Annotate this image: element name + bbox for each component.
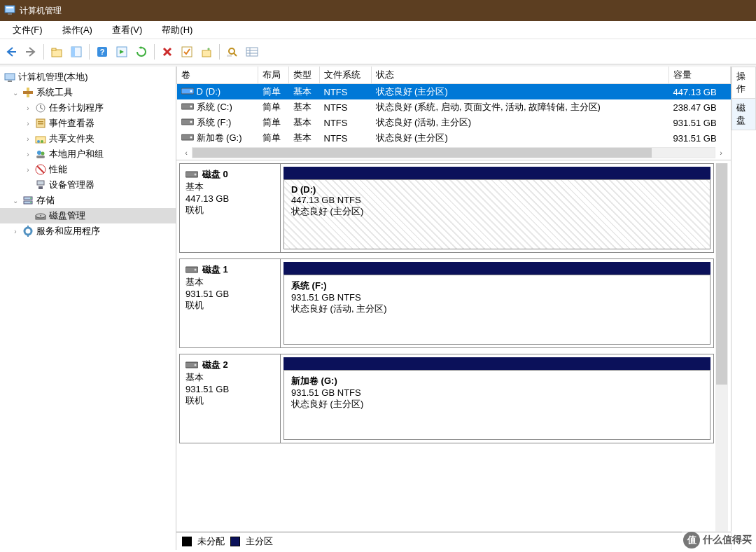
svg-point-12 — [229, 48, 234, 54]
tree-label: 任务计划程序 — [49, 102, 104, 114]
tree-perf[interactable]: ›性能 — [0, 162, 176, 177]
tree-users[interactable]: ›本地用户和组 — [0, 146, 176, 162]
tree-label: 本地用户和组 — [49, 148, 104, 160]
menu-file[interactable]: 文件(F) — [3, 22, 52, 39]
tree-shared[interactable]: ›共享文件夹 — [0, 131, 176, 146]
tree-label: 系统工具 — [36, 86, 73, 99]
refresh-button[interactable] — [133, 43, 150, 60]
watermark-text: 什么值得买 — [703, 534, 752, 546]
tree-label: 性能 — [49, 163, 67, 176]
help-button[interactable]: ? — [94, 43, 111, 60]
scrollbar-thumb[interactable] — [716, 163, 727, 385]
main-area: 计算机管理(本地) ⌄ 系统工具 ›任务计划程序 ›事件查看器 ›共享文件夹 ›… — [0, 64, 756, 550]
svg-rect-0 — [5, 6, 15, 13]
center-panel: 卷 布局 类型 文件系统 状态 容量 D (D:)简单基本NTFS状态良好 (主… — [176, 67, 731, 550]
drive-icon — [181, 118, 194, 128]
tree-label: 磁盘管理 — [49, 209, 85, 222]
partition-box[interactable]: 新加卷 (G:)931.51 GB NTFS状态良好 (主分区) — [284, 370, 710, 440]
partition-box[interactable]: D (D:)447.13 GB NTFS状态良好 (主分区) — [284, 179, 710, 249]
scrollbar-thumb[interactable] — [192, 148, 652, 158]
actions-item[interactable]: 磁盘 — [732, 99, 756, 130]
svg-point-27 — [41, 152, 45, 156]
svg-point-45 — [190, 106, 192, 108]
svg-point-39 — [24, 228, 31, 235]
chevron-right-icon: › — [24, 120, 32, 127]
disk-row[interactable]: 磁盘 0基本447.13 GB联机D (D:)447.13 GB NTFS状态良… — [179, 163, 714, 253]
check-button[interactable] — [178, 43, 195, 60]
legend: 未分配 主分区 — [176, 532, 731, 550]
svg-rect-18 — [23, 91, 33, 94]
scroll-left-icon[interactable]: ‹ — [181, 149, 192, 157]
tree-task[interactable]: ›任务计划程序 — [0, 100, 176, 116]
svg-rect-14 — [246, 48, 258, 56]
col-fs[interactable]: 文件系统 — [324, 69, 360, 80]
tree-label: 计算机管理(本地) — [18, 71, 88, 83]
chevron-right-icon: › — [11, 228, 20, 235]
disk-graphic-panel: 磁盘 0基本447.13 GB联机D (D:)447.13 GB NTFS状态良… — [176, 160, 731, 532]
col-status[interactable]: 状态 — [376, 69, 394, 80]
disk-icon — [186, 361, 198, 369]
svg-point-43 — [190, 90, 192, 92]
svg-point-49 — [190, 137, 192, 139]
table-row[interactable]: D (D:)简单基本NTFS状态良好 (主分区)447.13 GB — [177, 84, 731, 100]
svg-text:?: ? — [100, 48, 105, 56]
svg-rect-16 — [8, 81, 12, 82]
menu-view[interactable]: 查看(V) — [102, 22, 152, 39]
table-row[interactable]: 系统 (C:)简单基本NTFS状态良好 (系统, 启动, 页面文件, 活动, 故… — [177, 99, 731, 115]
action-button[interactable] — [113, 43, 130, 60]
menu-action[interactable]: 操作(A) — [52, 22, 102, 39]
table-row[interactable]: 系统 (F:)简单基本NTFS状态良好 (活动, 主分区)931.51 GB — [177, 115, 731, 130]
col-type[interactable]: 类型 — [293, 69, 312, 80]
services-icon — [22, 226, 34, 237]
menu-help[interactable]: 帮助(H) — [152, 22, 202, 39]
svg-rect-1 — [6, 7, 13, 8]
watermark: 值 什么值得买 — [682, 531, 753, 549]
disk-partitions: D (D:)447.13 GB NTFS状态良好 (主分区) — [281, 164, 713, 252]
app-icon — [4, 4, 15, 18]
up-button[interactable] — [48, 43, 65, 60]
tree-label: 事件查看器 — [49, 117, 94, 130]
scroll-right-icon[interactable]: › — [715, 149, 727, 157]
vertical-scrollbar[interactable] — [715, 163, 728, 532]
forward-button[interactable] — [22, 43, 39, 60]
tools-icon — [22, 87, 34, 98]
tree-panel[interactable]: 计算机管理(本地) ⌄ 系统工具 ›任务计划程序 ›事件查看器 ›共享文件夹 ›… — [0, 67, 176, 550]
perf-icon — [35, 164, 46, 175]
delete-button[interactable] — [159, 43, 176, 60]
back-button[interactable] — [3, 43, 20, 60]
users-icon — [35, 149, 46, 160]
clock-icon — [35, 102, 46, 113]
panel-button[interactable] — [68, 43, 85, 60]
new-button[interactable] — [198, 43, 215, 60]
tree-devmgr[interactable]: 设备管理器 — [0, 177, 176, 193]
watermark-badge: 值 — [683, 532, 700, 548]
col-volume[interactable]: 卷 — [181, 69, 190, 80]
tree-services[interactable]: ›服务和应用程序 — [0, 223, 176, 239]
list-button[interactable] — [244, 43, 260, 60]
col-layout[interactable]: 布局 — [262, 69, 281, 80]
disk-info: 磁盘 2基本931.51 GB联机 — [180, 354, 281, 443]
svg-rect-6 — [71, 47, 75, 57]
partition-box[interactable]: 系统 (F:)931.51 GB NTFS状态良好 (活动, 主分区) — [284, 275, 710, 345]
actions-header: 操作 — [732, 67, 756, 99]
column-headers[interactable]: 卷 布局 类型 文件系统 状态 容量 — [177, 67, 731, 84]
device-icon — [35, 179, 46, 191]
volume-list[interactable]: 卷 布局 类型 文件系统 状态 容量 D (D:)简单基本NTFS状态良好 (主… — [176, 67, 731, 160]
tree-root[interactable]: 计算机管理(本地) — [0, 69, 176, 85]
tree-storage[interactable]: ⌄存储 — [0, 193, 176, 208]
tree-systools[interactable]: ⌄ 系统工具 — [0, 85, 176, 100]
col-capacity[interactable]: 容量 — [673, 69, 692, 80]
svg-point-51 — [195, 174, 197, 176]
window-title: 计算机管理 — [20, 5, 62, 17]
svg-point-26 — [37, 151, 41, 155]
svg-point-25 — [41, 140, 43, 143]
disk-row[interactable]: 磁盘 2基本931.51 GB联机新加卷 (G:)931.51 GB NTFS状… — [179, 354, 714, 443]
legend-unallocated: 未分配 — [197, 535, 225, 548]
tree-diskmgmt[interactable]: 磁盘管理 — [0, 208, 176, 223]
tree-event[interactable]: ›事件查看器 — [0, 116, 176, 131]
search-button[interactable] — [224, 43, 241, 60]
svg-rect-4 — [52, 48, 56, 50]
disk-row[interactable]: 磁盘 1基本931.51 GB联机系统 (F:)931.51 GB NTFS状态… — [179, 258, 714, 348]
table-row[interactable]: 新加卷 (G:)简单基本NTFS状态良好 (主分区)931.51 GB — [177, 130, 731, 146]
horizontal-scrollbar[interactable]: ‹ › — [176, 146, 731, 160]
